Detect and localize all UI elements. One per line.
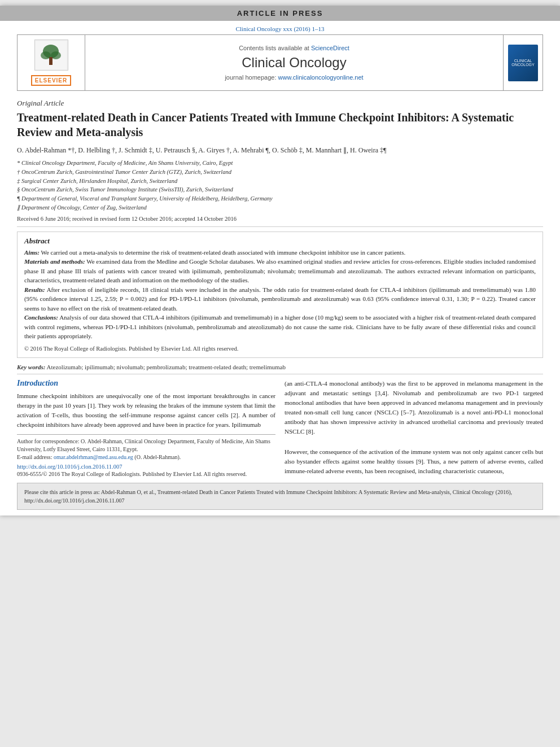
affiliation-1: * Clinical Oncology Department, Faculty … (17, 159, 543, 168)
journal-logo-area: CLINICAL ONCOLOGY (503, 35, 542, 90)
article-type: Original Article (17, 99, 543, 108)
issn-line: 0936-6555/© 2016 The Royal College of Ra… (17, 471, 275, 477)
homepage-line: journal homepage: www.clinicaloncologyon… (225, 74, 363, 81)
journal-logo-line2: ONCOLOGY (511, 63, 534, 67)
header-center: Contents lists available at ScienceDirec… (85, 35, 503, 90)
svg-rect-4 (49, 57, 53, 65)
homepage-link[interactable]: www.clinicaloncologyonline.net (278, 74, 364, 81)
citation-text: Please cite this article in press as: Ab… (24, 489, 512, 504)
citation-box: Please cite this article in press as: Ab… (17, 483, 543, 510)
keywords-section: Key words: Atezolizumab; ipilimumab; niv… (17, 364, 543, 370)
conclusions-label: Conclusions: (24, 314, 58, 321)
aims-label: Aims: (24, 249, 40, 256)
authors: O. Abdel-Rahman *†, D. Helbling †, J. Sc… (17, 145, 543, 155)
affiliations: * Clinical Oncology Department, Faculty … (17, 159, 543, 212)
conclusions-text: Analysis of our data showed that CTLA-4 … (24, 314, 536, 339)
elsevier-tree-logo (34, 40, 68, 71)
intro-para3: However, the consequence of the activati… (285, 447, 543, 476)
results-label: Results: (24, 286, 45, 293)
sciencedirect-line: Contents lists available at ScienceDirec… (239, 45, 349, 51)
affiliation-4: § OncoCentrum Zurich, Swiss Tumor Immuno… (17, 185, 543, 194)
abstract-text: Aims: We carried out a meta-analysis to … (24, 248, 536, 353)
sciencedirect-link[interactable]: ScienceDirect (311, 45, 349, 51)
email-link[interactable]: omar.abdelrhman@med.asu.edu.eg (54, 454, 133, 460)
elsevier-wordmark: ELSEVIER (31, 75, 71, 86)
copyright-line: © 2016 The Royal College of Radiologists… (24, 344, 536, 353)
affiliation-2: † OncoCentrum Zurich, Gastrointestinal T… (17, 168, 543, 177)
email-line: E-mail address: omar.abdelrhman@med.asu.… (17, 453, 275, 461)
results-text: After exclusion of ineligible records, 1… (24, 286, 536, 312)
received-dates: Received 6 June 2016; received in revise… (17, 216, 543, 227)
methods-label: Materials and methods: (24, 258, 85, 265)
two-column-body: Introduction Immune checkpoint inhibitor… (17, 379, 543, 477)
journal-logo-box: CLINICAL ONCOLOGY (508, 45, 538, 81)
intro-para1: Immune checkpoint inhibitors are unequiv… (17, 391, 275, 430)
header-area: Clinical Oncology xxx (2016) 1–13 ELSEVI… (0, 21, 560, 93)
keywords-text: Atezolizumab; ipilimumab; nivolumab; pem… (47, 364, 286, 370)
col-left: Introduction Immune checkpoint inhibitor… (17, 379, 275, 477)
affiliation-3: ‡ Surgical Center Zurich, Hirslanden Hos… (17, 177, 543, 186)
introduction-heading: Introduction (17, 379, 275, 388)
affiliation-5: ¶ Department of General, Visceral and Tr… (17, 194, 543, 203)
doi-line[interactable]: http://dx.doi.org/10.1016/j.clon.2016.11… (17, 464, 275, 470)
elsevier-logo-area: ELSEVIER (18, 35, 85, 90)
article-title: Treatment-related Death in Cancer Patien… (17, 110, 543, 139)
methods-text: We examined data from the Medline and Go… (24, 258, 536, 283)
footer-note: Author for correspondence: O. Abdel-Rahm… (17, 434, 275, 461)
journal-citation: Clinical Oncology xxx (2016) 1–13 (11, 25, 549, 32)
journal-title-header: Clinical Oncology (242, 55, 346, 71)
header-box: ELSEVIER Contents lists available at Sci… (17, 34, 543, 91)
intro-para2: (an anti-CTLA-4 monoclonal antibody) was… (285, 379, 543, 436)
main-content: Original Article Treatment-related Death… (0, 93, 560, 516)
keywords-label: Key words: (17, 364, 45, 370)
abstract-title: Abstract (24, 237, 536, 246)
abstract-section: Abstract Aims: We carried out a meta-ana… (17, 231, 543, 359)
email-suffix: (O. Abdel-Rahman). (134, 454, 181, 460)
section-divider (17, 374, 543, 374)
aims-text: We carried out a meta-analysis to determ… (40, 249, 405, 256)
affiliation-6: ∥ Department of Oncology, Center of Zug,… (17, 203, 543, 212)
article-in-press-banner: ARTICLE IN PRESS (0, 6, 560, 21)
correspondence-line: Author for correspondence: O. Abdel-Rahm… (17, 438, 275, 453)
col-right: (an anti-CTLA-4 monoclonal antibody) was… (285, 379, 543, 477)
journal-logo-line1: CLINICAL (514, 59, 532, 63)
